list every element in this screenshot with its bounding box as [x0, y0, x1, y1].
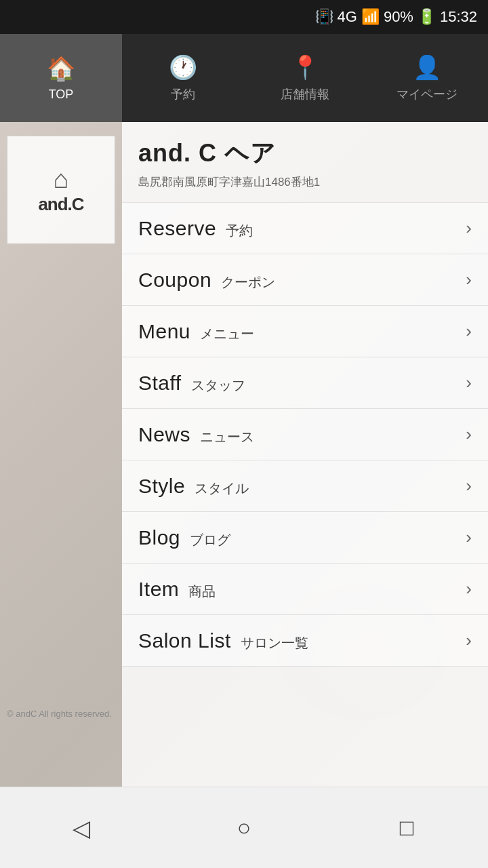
- recent-button[interactable]: □: [386, 808, 427, 848]
- tab-mypage[interactable]: 👤 マイページ: [366, 34, 488, 122]
- salon-address: 島尻郡南風原町字津嘉山1486番地1: [138, 174, 472, 190]
- menu-item-item[interactable]: Item 商品 ›: [122, 564, 488, 615]
- content-area: ⌂ and.C © andC All rights reserved. and.…: [0, 122, 488, 787]
- menu-english: Menu: [138, 320, 190, 343]
- chevron-right-icon: ›: [466, 578, 472, 599]
- battery-text: 90%: [384, 8, 413, 26]
- menu-item-blog[interactable]: Blog ブログ ›: [122, 512, 488, 564]
- menu-item-coupon[interactable]: Coupon クーポン ›: [122, 254, 488, 306]
- tab-top[interactable]: 🏠 TOP: [0, 34, 122, 122]
- status-bar: 📳 4G 📶 90% 🔋 15:32: [0, 0, 488, 34]
- tab-bar: 🏠 TOP 🕐 予約 📍 店舗情報 👤 マイページ: [0, 34, 488, 122]
- menu-item-style[interactable]: Style スタイル ›: [122, 460, 488, 512]
- tab-mypage-label: マイページ: [396, 86, 458, 102]
- menu-list: Reserve 予約 › Coupon クーポン › Menu メニュー ›: [122, 203, 488, 787]
- blog-english: Blog: [138, 526, 180, 549]
- tab-reservation-label: 予約: [171, 86, 195, 102]
- reserve-english: Reserve: [138, 217, 216, 240]
- item-english: Item: [138, 578, 179, 601]
- chevron-right-icon: ›: [466, 424, 472, 445]
- chevron-right-icon: ›: [466, 321, 472, 342]
- copyright-text: © andC All rights reserved.: [7, 709, 112, 719]
- logo-text: and.C: [38, 194, 83, 215]
- news-english: News: [138, 423, 190, 446]
- salon-header: and. C ヘア 島尻郡南風原町字津嘉山1486番地1: [122, 122, 488, 203]
- chevron-right-icon: ›: [466, 630, 472, 651]
- menu-item-news[interactable]: News ニュース ›: [122, 409, 488, 460]
- chevron-right-icon: ›: [466, 269, 472, 290]
- vibrate-icon: 📳: [315, 8, 333, 26]
- salon-name: and. C ヘア: [138, 137, 472, 170]
- coupon-english: Coupon: [138, 269, 211, 292]
- clock-icon: 🕐: [169, 54, 197, 81]
- menu-item-staff[interactable]: Staff スタッフ ›: [122, 357, 488, 409]
- battery-icon: 🔋: [418, 8, 436, 26]
- chevron-right-icon: ›: [466, 218, 472, 239]
- staff-english: Staff: [138, 372, 182, 395]
- network-type: 4G: [338, 8, 357, 26]
- home-button[interactable]: ○: [224, 808, 264, 848]
- menu-item-menu[interactable]: Menu メニュー ›: [122, 306, 488, 357]
- menu-japanese: メニュー: [200, 325, 254, 343]
- signal-icon: 📶: [361, 8, 380, 26]
- back-button[interactable]: ◁: [61, 808, 102, 848]
- staff-japanese: スタッフ: [191, 376, 245, 395]
- person-icon: 👤: [413, 54, 441, 81]
- tab-store-label: 店舗情報: [281, 86, 329, 102]
- location-icon: 📍: [291, 54, 319, 81]
- salon-list-japanese: サロン一覧: [241, 634, 308, 652]
- left-panel: ⌂ and.C © andC All rights reserved.: [0, 122, 122, 787]
- menu-item-salon-list[interactable]: Salon List サロン一覧 ›: [122, 615, 488, 667]
- item-japanese: 商品: [188, 583, 216, 601]
- coupon-japanese: クーポン: [221, 273, 275, 292]
- chevron-right-icon: ›: [466, 527, 472, 548]
- tab-store[interactable]: 📍 店舗情報: [244, 34, 366, 122]
- chevron-right-icon: ›: [466, 475, 472, 496]
- style-english: Style: [138, 475, 185, 498]
- menu-item-reserve[interactable]: Reserve 予約 ›: [122, 203, 488, 254]
- right-panel: and. C ヘア 島尻郡南風原町字津嘉山1486番地1 Reserve 予約 …: [122, 122, 488, 787]
- reserve-japanese: 予約: [226, 222, 253, 240]
- salon-list-english: Salon List: [138, 629, 231, 652]
- bottom-nav: ◁ ○ □: [0, 787, 488, 868]
- chevron-right-icon: ›: [466, 372, 472, 393]
- style-japanese: スタイル: [195, 479, 249, 498]
- salon-logo: ⌂ and.C: [7, 136, 115, 244]
- news-japanese: ニュース: [200, 428, 254, 446]
- time-display: 15:32: [440, 8, 477, 26]
- status-icons: 📳 4G 📶 90% 🔋 15:32: [315, 8, 477, 26]
- tab-top-label: TOP: [49, 87, 74, 102]
- tab-reservation[interactable]: 🕐 予約: [122, 34, 244, 122]
- home-icon: 🏠: [47, 55, 75, 82]
- blog-japanese: ブログ: [190, 531, 230, 549]
